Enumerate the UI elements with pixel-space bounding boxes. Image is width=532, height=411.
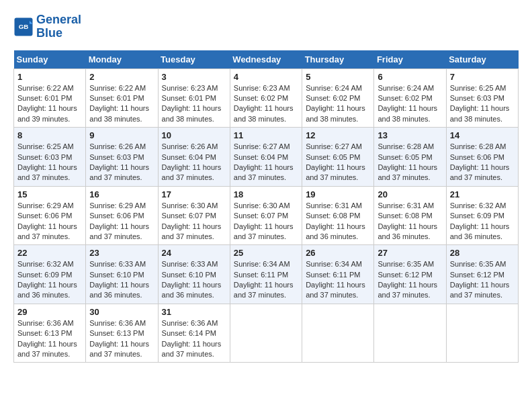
day-info: Sunrise: 6:24 AM Sunset: 6:02 PM Dayligh… <box>306 83 370 125</box>
day-info: Sunrise: 6:27 AM Sunset: 6:04 PM Dayligh… <box>234 142 298 183</box>
logo-icon: GB <box>13 17 34 37</box>
day-info: Sunrise: 6:29 AM Sunset: 6:06 PM Dayligh… <box>17 201 82 242</box>
day-cell-1: 1Sunrise: 6:22 AM Sunset: 6:01 PM Daylig… <box>14 68 86 128</box>
day-number: 17 <box>162 189 226 199</box>
day-number: 3 <box>162 72 226 82</box>
col-header-saturday: Saturday <box>446 50 518 69</box>
svg-text:GB: GB <box>19 23 29 30</box>
day-info: Sunrise: 6:25 AM Sunset: 6:03 PM Dayligh… <box>450 83 515 125</box>
day-info: Sunrise: 6:31 AM Sunset: 6:08 PM Dayligh… <box>306 201 370 242</box>
day-number: 15 <box>17 189 82 199</box>
day-cell-10: 10Sunrise: 6:26 AM Sunset: 6:04 PM Dayli… <box>158 128 230 187</box>
day-number: 24 <box>162 248 226 258</box>
header-row: SundayMondayTuesdayWednesdayThursdayFrid… <box>14 50 519 69</box>
day-cell-19: 19Sunrise: 6:31 AM Sunset: 6:08 PM Dayli… <box>302 186 374 245</box>
day-cell-28: 28Sunrise: 6:35 AM Sunset: 6:12 PM Dayli… <box>446 245 518 304</box>
calendar-row-4: 29Sunrise: 6:36 AM Sunset: 6:13 PM Dayli… <box>14 304 519 363</box>
day-info: Sunrise: 6:24 AM Sunset: 6:02 PM Dayligh… <box>378 83 442 125</box>
day-number: 4 <box>234 72 298 82</box>
day-cell-29: 29Sunrise: 6:36 AM Sunset: 6:13 PM Dayli… <box>14 304 86 363</box>
day-info: Sunrise: 6:22 AM Sunset: 6:01 PM Dayligh… <box>17 83 82 125</box>
day-cell-7: 7Sunrise: 6:25 AM Sunset: 6:03 PM Daylig… <box>446 68 518 128</box>
day-info: Sunrise: 6:23 AM Sunset: 6:02 PM Dayligh… <box>234 83 298 125</box>
col-header-monday: Monday <box>86 50 158 69</box>
day-cell-31: 31Sunrise: 6:36 AM Sunset: 6:14 PM Dayli… <box>158 304 230 363</box>
day-number: 5 <box>306 72 370 82</box>
day-info: Sunrise: 6:29 AM Sunset: 6:06 PM Dayligh… <box>89 201 154 242</box>
day-info: Sunrise: 6:34 AM Sunset: 6:11 PM Dayligh… <box>234 259 298 301</box>
day-cell-26: 26Sunrise: 6:34 AM Sunset: 6:11 PM Dayli… <box>302 245 374 304</box>
calendar-row-1: 8Sunrise: 6:25 AM Sunset: 6:03 PM Daylig… <box>14 128 519 187</box>
day-cell-23: 23Sunrise: 6:33 AM Sunset: 6:10 PM Dayli… <box>86 245 158 304</box>
day-info: Sunrise: 6:26 AM Sunset: 6:04 PM Dayligh… <box>162 142 226 183</box>
day-number: 20 <box>378 189 442 199</box>
day-number: 1 <box>17 72 82 82</box>
day-info: Sunrise: 6:36 AM Sunset: 6:14 PM Dayligh… <box>162 318 226 360</box>
day-info: Sunrise: 6:30 AM Sunset: 6:07 PM Dayligh… <box>234 201 298 242</box>
day-number: 21 <box>450 189 515 199</box>
day-number: 14 <box>450 130 515 140</box>
day-info: Sunrise: 6:33 AM Sunset: 6:10 PM Dayligh… <box>162 259 226 301</box>
empty-cell <box>374 304 446 363</box>
day-info: Sunrise: 6:26 AM Sunset: 6:03 PM Dayligh… <box>89 142 154 183</box>
day-cell-3: 3Sunrise: 6:23 AM Sunset: 6:01 PM Daylig… <box>158 68 230 128</box>
calendar-row-3: 22Sunrise: 6:32 AM Sunset: 6:09 PM Dayli… <box>14 245 519 304</box>
day-cell-25: 25Sunrise: 6:34 AM Sunset: 6:11 PM Dayli… <box>230 245 302 304</box>
day-number: 25 <box>234 248 298 258</box>
day-info: Sunrise: 6:28 AM Sunset: 6:06 PM Dayligh… <box>450 142 515 183</box>
day-cell-27: 27Sunrise: 6:35 AM Sunset: 6:12 PM Dayli… <box>374 245 446 304</box>
day-number: 6 <box>378 72 442 82</box>
logo: GB General Blue <box>13 13 81 40</box>
day-number: 27 <box>378 248 442 258</box>
day-number: 9 <box>89 130 154 140</box>
col-header-thursday: Thursday <box>302 50 374 69</box>
day-cell-14: 14Sunrise: 6:28 AM Sunset: 6:06 PM Dayli… <box>446 128 518 187</box>
day-number: 26 <box>306 248 370 258</box>
day-info: Sunrise: 6:34 AM Sunset: 6:11 PM Dayligh… <box>306 259 370 301</box>
day-info: Sunrise: 6:35 AM Sunset: 6:12 PM Dayligh… <box>378 259 442 301</box>
day-number: 22 <box>17 248 82 258</box>
day-info: Sunrise: 6:36 AM Sunset: 6:13 PM Dayligh… <box>17 318 82 360</box>
page-header: GB General Blue <box>13 13 519 40</box>
empty-cell <box>302 304 374 363</box>
day-info: Sunrise: 6:35 AM Sunset: 6:12 PM Dayligh… <box>450 259 515 301</box>
day-number: 11 <box>234 130 298 140</box>
col-header-wednesday: Wednesday <box>230 50 302 69</box>
day-number: 8 <box>17 130 82 140</box>
day-cell-2: 2Sunrise: 6:22 AM Sunset: 6:01 PM Daylig… <box>86 68 158 128</box>
day-cell-6: 6Sunrise: 6:24 AM Sunset: 6:02 PM Daylig… <box>374 68 446 128</box>
day-cell-5: 5Sunrise: 6:24 AM Sunset: 6:02 PM Daylig… <box>302 68 374 128</box>
empty-cell <box>446 304 518 363</box>
day-cell-21: 21Sunrise: 6:32 AM Sunset: 6:09 PM Dayli… <box>446 186 518 245</box>
day-number: 31 <box>162 307 226 317</box>
day-cell-24: 24Sunrise: 6:33 AM Sunset: 6:10 PM Dayli… <box>158 245 230 304</box>
day-info: Sunrise: 6:31 AM Sunset: 6:08 PM Dayligh… <box>378 201 442 242</box>
day-number: 10 <box>162 130 226 140</box>
day-cell-9: 9Sunrise: 6:26 AM Sunset: 6:03 PM Daylig… <box>86 128 158 187</box>
day-number: 2 <box>89 72 154 82</box>
day-number: 18 <box>234 189 298 199</box>
day-number: 12 <box>306 130 370 140</box>
day-info: Sunrise: 6:32 AM Sunset: 6:09 PM Dayligh… <box>450 201 515 242</box>
day-cell-4: 4Sunrise: 6:23 AM Sunset: 6:02 PM Daylig… <box>230 68 302 128</box>
logo-text: General Blue <box>36 13 81 40</box>
day-number: 7 <box>450 72 515 82</box>
day-number: 28 <box>450 248 515 258</box>
day-number: 16 <box>89 189 154 199</box>
day-cell-17: 17Sunrise: 6:30 AM Sunset: 6:07 PM Dayli… <box>158 186 230 245</box>
col-header-friday: Friday <box>374 50 446 69</box>
day-cell-13: 13Sunrise: 6:28 AM Sunset: 6:05 PM Dayli… <box>374 128 446 187</box>
calendar-row-2: 15Sunrise: 6:29 AM Sunset: 6:06 PM Dayli… <box>14 186 519 245</box>
day-info: Sunrise: 6:28 AM Sunset: 6:05 PM Dayligh… <box>378 142 442 183</box>
day-cell-16: 16Sunrise: 6:29 AM Sunset: 6:06 PM Dayli… <box>86 186 158 245</box>
col-header-sunday: Sunday <box>14 50 86 69</box>
calendar-row-0: 1Sunrise: 6:22 AM Sunset: 6:01 PM Daylig… <box>14 68 519 128</box>
col-header-tuesday: Tuesday <box>158 50 230 69</box>
day-info: Sunrise: 6:25 AM Sunset: 6:03 PM Dayligh… <box>17 142 82 183</box>
day-cell-11: 11Sunrise: 6:27 AM Sunset: 6:04 PM Dayli… <box>230 128 302 187</box>
day-number: 30 <box>89 307 154 317</box>
calendar-table: SundayMondayTuesdayWednesdayThursdayFrid… <box>13 50 519 363</box>
day-cell-22: 22Sunrise: 6:32 AM Sunset: 6:09 PM Dayli… <box>14 245 86 304</box>
day-info: Sunrise: 6:22 AM Sunset: 6:01 PM Dayligh… <box>89 83 154 125</box>
day-info: Sunrise: 6:23 AM Sunset: 6:01 PM Dayligh… <box>162 83 226 125</box>
